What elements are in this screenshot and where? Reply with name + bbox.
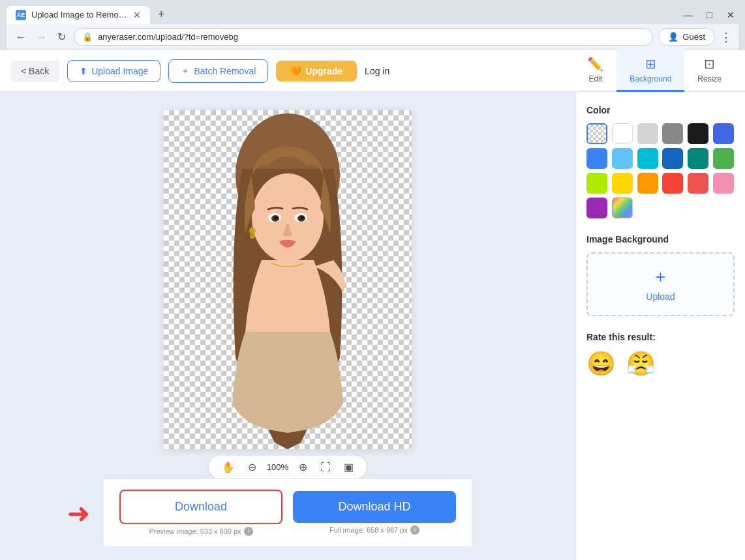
color-darkgreen[interactable] xyxy=(688,148,708,169)
color-lightgray[interactable] xyxy=(637,123,658,144)
color-blue[interactable] xyxy=(586,148,607,169)
happy-emoji-btn[interactable]: 😄 xyxy=(586,350,616,377)
upgrade-label: Upgrade xyxy=(305,66,342,76)
minimize-btn[interactable]: — xyxy=(680,8,697,22)
url-input[interactable] xyxy=(98,32,645,42)
color-lime[interactable] xyxy=(586,173,607,194)
angry-emoji-btn[interactable]: 😤 xyxy=(626,350,656,377)
preview-text: Preview image: 533 x 800 px xyxy=(149,527,241,535)
download-section-wrapper: ➜ Download Preview image: 533 x 800 px i xyxy=(119,490,282,536)
svg-point-7 xyxy=(301,216,304,220)
resize-tool-btn[interactable]: ⊡ Resize xyxy=(684,50,735,92)
preview-info-icon[interactable]: i xyxy=(244,527,253,536)
header-tools: ✏️ Edit ⊞ Background ⊡ Resize xyxy=(574,50,735,92)
color-rainbow[interactable] xyxy=(612,198,633,218)
color-transparent[interactable] xyxy=(586,123,607,144)
background-tool-btn[interactable]: ⊞ Background xyxy=(616,50,684,92)
color-orange[interactable] xyxy=(637,173,658,194)
tab-close-btn[interactable]: ✕ xyxy=(133,10,141,20)
upload-bg-label: Upload xyxy=(646,291,675,302)
upload-bg-button[interactable]: + Upload xyxy=(586,252,735,316)
arrow-container: ➜ xyxy=(67,497,90,529)
canvas-area: ✋ ⊖ 100% ⊕ ⛶ ▣ ➜ Download Preview im xyxy=(0,92,575,560)
main-content: ✋ ⊖ 100% ⊕ ⛶ ▣ ➜ Download Preview im xyxy=(0,92,745,560)
address-bar[interactable]: 🔒 xyxy=(74,28,653,46)
image-container xyxy=(164,110,412,449)
color-teal[interactable] xyxy=(637,148,658,169)
background-label: Background xyxy=(630,74,671,83)
guest-label: Guest xyxy=(682,32,705,42)
lock-icon: 🔒 xyxy=(82,32,93,42)
upload-image-label: Upload Image xyxy=(91,66,148,76)
guest-button[interactable]: 👤 Guest xyxy=(658,28,715,46)
close-btn[interactable]: ✕ xyxy=(723,8,738,22)
color-darkblue[interactable] xyxy=(713,123,734,144)
hand-tool-btn[interactable]: ✋ xyxy=(219,460,237,475)
reload-btn[interactable]: ↻ xyxy=(55,28,68,46)
full-info-icon[interactable]: i xyxy=(410,525,419,535)
color-lightblue[interactable] xyxy=(612,148,633,169)
image-background-section: Image Background + Upload xyxy=(586,234,735,316)
image-bg-label: Image Background xyxy=(586,234,735,244)
download-section: Download Preview image: 533 x 800 px i xyxy=(119,490,282,536)
app-header: < Back ⬆ Upload Image ＋ Batch Removal 🧡 … xyxy=(0,50,745,92)
full-label: Full image: 658 x 987 px i xyxy=(329,525,419,535)
zoom-out-btn[interactable]: ⊖ xyxy=(245,460,259,475)
new-tab-button[interactable]: + xyxy=(153,5,170,24)
color-label: Color xyxy=(586,105,735,115)
color-purple[interactable] xyxy=(586,198,607,218)
color-white[interactable] xyxy=(612,123,633,144)
svg-point-9 xyxy=(250,233,255,239)
edit-tool-btn[interactable]: ✏️ Edit xyxy=(574,50,616,92)
edit-icon: ✏️ xyxy=(587,56,603,72)
color-black[interactable] xyxy=(688,123,708,144)
batch-removal-label: Batch Removal xyxy=(194,66,256,76)
guest-icon: 👤 xyxy=(668,32,678,42)
tab-favicon: AE xyxy=(16,10,26,20)
forward-nav-btn[interactable]: → xyxy=(34,29,50,46)
download-button[interactable]: Download xyxy=(119,490,282,524)
color-lightpink[interactable] xyxy=(713,173,734,194)
back-button[interactable]: < Back xyxy=(10,61,59,81)
tab-title: Upload Image to Remove B xyxy=(31,10,128,20)
color-yellow[interactable] xyxy=(612,173,633,194)
resize-label: Resize xyxy=(697,74,722,83)
browser-chrome: AE Upload Image to Remove B ✕ + — □ ✕ ← … xyxy=(0,0,745,50)
color-grid xyxy=(586,123,735,218)
download-hd-section: Download HD Full image: 658 x 987 px i xyxy=(293,491,456,535)
red-arrow-icon: ➜ xyxy=(67,497,90,529)
resize-icon: ⊡ xyxy=(704,56,715,72)
svg-point-1 xyxy=(252,173,324,262)
color-gray[interactable] xyxy=(662,123,683,144)
plus-icon: ＋ xyxy=(181,65,190,77)
color-green[interactable] xyxy=(713,148,734,169)
color-navy[interactable] xyxy=(662,148,683,169)
color-pink[interactable] xyxy=(688,173,708,194)
app: < Back ⬆ Upload Image ＋ Batch Removal 🧡 … xyxy=(0,50,745,560)
svg-point-8 xyxy=(249,228,256,234)
rate-section: Rate this result: 😄 😤 xyxy=(586,332,735,377)
background-icon: ⊞ xyxy=(645,56,656,72)
maximize-btn[interactable]: □ xyxy=(703,8,716,22)
tab-bar: AE Upload Image to Remove B ✕ + — □ ✕ xyxy=(7,5,738,24)
browser-toolbar: ← → ↻ 🔒 👤 Guest ⋮ xyxy=(7,24,738,50)
upload-icon: ⬆ xyxy=(80,66,87,76)
crop-btn[interactable]: ▣ xyxy=(341,460,356,475)
login-button[interactable]: Log in xyxy=(365,66,389,76)
back-nav-btn[interactable]: ← xyxy=(13,29,29,46)
rate-label: Rate this result: xyxy=(586,332,735,342)
upgrade-button[interactable]: 🧡 Upgrade xyxy=(276,61,357,81)
full-text: Full image: 658 x 987 px xyxy=(329,526,408,534)
download-hd-button[interactable]: Download HD xyxy=(293,491,456,523)
fit-screen-btn[interactable]: ⛶ xyxy=(318,460,333,475)
zoom-level: 100% xyxy=(267,462,288,472)
image-toolbar: ✋ ⊖ 100% ⊕ ⛶ ▣ xyxy=(209,456,367,479)
color-red[interactable] xyxy=(662,173,683,194)
bottom-bar: ➜ Download Preview image: 533 x 800 px i… xyxy=(104,479,472,546)
active-tab[interactable]: AE Upload Image to Remove B ✕ xyxy=(7,6,150,24)
upload-image-button[interactable]: ⬆ Upload Image xyxy=(67,60,160,82)
batch-removal-button[interactable]: ＋ Batch Removal xyxy=(168,59,268,83)
heart-icon: 🧡 xyxy=(290,66,301,76)
more-options-btn[interactable]: ⋮ xyxy=(720,30,732,44)
zoom-in-btn[interactable]: ⊕ xyxy=(296,460,310,475)
